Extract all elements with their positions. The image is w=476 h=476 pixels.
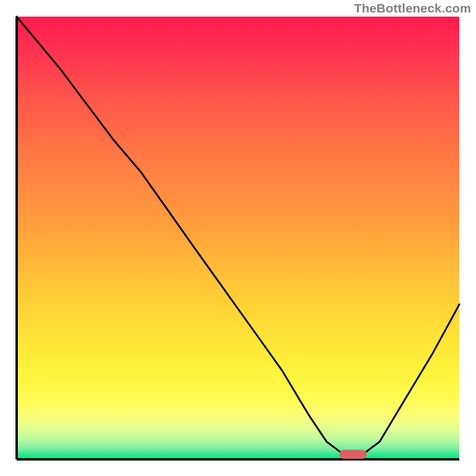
bottleneck-curve — [17, 17, 459, 455]
chart-overlay — [17, 17, 459, 459]
optimal-range-marker — [340, 450, 367, 459]
watermark-text: TheBottleneck.com — [354, 1, 471, 15]
plot-area — [17, 17, 459, 459]
